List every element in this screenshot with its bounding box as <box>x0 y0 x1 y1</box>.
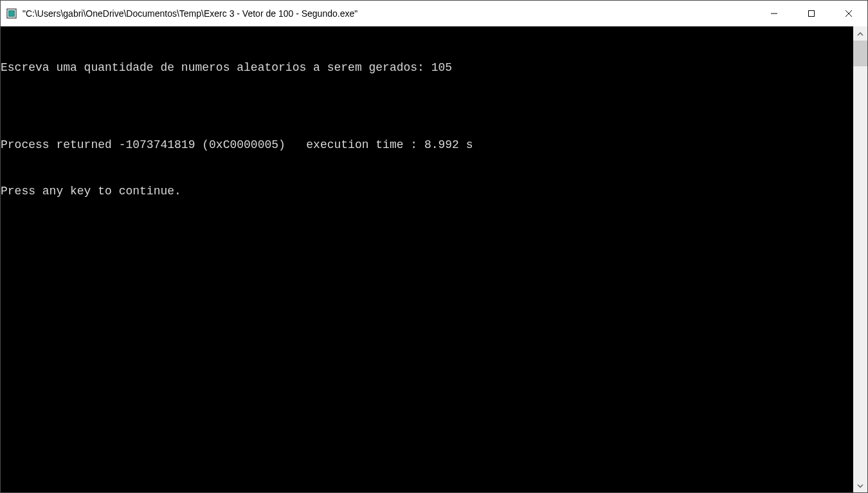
chevron-up-icon <box>857 30 863 37</box>
scrollbar-down-arrow[interactable] <box>853 478 867 492</box>
vertical-scrollbar[interactable] <box>853 26 867 492</box>
window-title: "C:\Users\gabri\OneDrive\Documentos\Temp… <box>23 8 357 19</box>
chevron-down-icon <box>857 482 863 489</box>
titlebar-left: "C:\Users\gabri\OneDrive\Documentos\Temp… <box>6 8 357 19</box>
console-window: "C:\Users\gabri\OneDrive\Documentos\Temp… <box>0 0 868 493</box>
svg-rect-3 <box>809 11 815 17</box>
close-icon <box>845 10 853 17</box>
scrollbar-track[interactable] <box>853 41 867 478</box>
titlebar-controls <box>755 1 867 26</box>
console-line: Process returned -1073741819 (0xC0000005… <box>1 137 853 153</box>
maximize-icon <box>808 10 815 17</box>
scrollbar-thumb[interactable] <box>853 41 867 66</box>
svg-rect-1 <box>9 11 15 17</box>
minimize-button[interactable] <box>755 1 793 26</box>
minimize-icon <box>770 10 778 17</box>
scrollbar-up-arrow[interactable] <box>853 26 867 41</box>
console-content[interactable]: Escreva uma quantidade de numeros aleato… <box>1 26 853 492</box>
close-button[interactable] <box>830 1 867 26</box>
console-area: Escreva uma quantidade de numeros aleato… <box>1 26 867 492</box>
app-icon <box>6 8 17 19</box>
console-line: Escreva uma quantidade de numeros aleato… <box>1 60 853 75</box>
titlebar[interactable]: "C:\Users\gabri\OneDrive\Documentos\Temp… <box>1 1 867 26</box>
maximize-button[interactable] <box>793 1 830 26</box>
console-line: Press any key to continue. <box>1 183 853 199</box>
